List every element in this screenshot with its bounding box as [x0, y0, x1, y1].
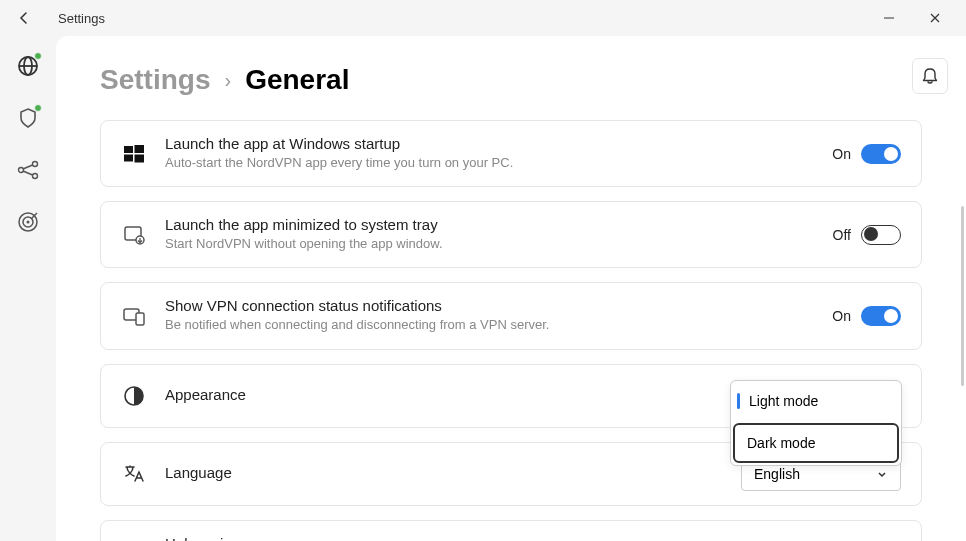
- tray-icon: [121, 222, 147, 248]
- svg-rect-21: [136, 313, 144, 325]
- window-title: Settings: [58, 11, 105, 26]
- setting-vpn-notifications: Show VPN connection status notifications…: [100, 282, 922, 349]
- titlebar: Settings: [0, 0, 966, 36]
- setting-help-improve: Help us improve Send us aggregate anonym…: [100, 520, 922, 541]
- status-dot-icon: [34, 52, 42, 60]
- setting-title: Launch the app at Windows startup: [165, 135, 814, 152]
- svg-line-8: [23, 171, 33, 175]
- svg-rect-14: [135, 145, 145, 153]
- svg-line-7: [23, 165, 33, 169]
- vpn-notifications-toggle[interactable]: [861, 306, 901, 326]
- bell-icon: [921, 67, 939, 85]
- sidebar: [0, 36, 56, 541]
- svg-rect-13: [124, 146, 133, 153]
- setting-launch-startup: Launch the app at Windows startup Auto-s…: [100, 120, 922, 187]
- contrast-icon: [121, 383, 147, 409]
- arrow-left-icon: [16, 10, 32, 26]
- svg-point-11: [27, 221, 30, 224]
- breadcrumb-root[interactable]: Settings: [100, 64, 210, 96]
- breadcrumb: Settings › General: [100, 64, 922, 96]
- launch-startup-toggle[interactable]: [861, 144, 901, 164]
- chevron-right-icon: ›: [224, 69, 231, 92]
- devices-icon: [121, 303, 147, 329]
- sidebar-mesh[interactable]: [16, 158, 40, 182]
- appearance-option-dark[interactable]: Dark mode: [733, 423, 899, 463]
- scrollbar[interactable]: [961, 206, 964, 386]
- setting-launch-minimized: Launch the app minimized to system tray …: [100, 201, 922, 268]
- windows-icon: [121, 141, 147, 167]
- setting-desc: Be notified when connecting and disconne…: [165, 316, 814, 334]
- target-icon: [17, 211, 39, 233]
- launch-minimized-toggle[interactable]: [861, 225, 901, 245]
- close-button[interactable]: [912, 2, 958, 34]
- svg-point-5: [33, 162, 38, 167]
- toggle-state-label: Off: [833, 227, 851, 243]
- setting-title: Appearance: [165, 386, 723, 403]
- language-selected-value: English: [754, 466, 800, 482]
- appearance-option-light[interactable]: Light mode: [731, 381, 901, 421]
- window-controls: [866, 2, 958, 34]
- notifications-button[interactable]: [912, 58, 948, 94]
- setting-title: Launch the app minimized to system tray: [165, 216, 815, 233]
- main-panel: Settings › General Launch the app at Win…: [56, 36, 966, 541]
- svg-point-6: [33, 174, 38, 179]
- sidebar-shield[interactable]: [16, 106, 40, 130]
- toggle-state-label: On: [832, 308, 851, 324]
- breadcrumb-leaf: General: [245, 64, 349, 96]
- setting-title: Show VPN connection status notifications: [165, 297, 814, 314]
- setting-desc: Auto-start the NordVPN app every time yo…: [165, 154, 814, 172]
- setting-desc: Start NordVPN without opening the app wi…: [165, 235, 815, 253]
- setting-title: Language: [165, 464, 723, 481]
- setting-title: Help us improve: [165, 535, 814, 541]
- svg-point-4: [19, 168, 24, 173]
- appearance-dropdown: Light mode Dark mode: [730, 380, 902, 466]
- svg-rect-16: [135, 154, 145, 162]
- close-icon: [929, 12, 941, 24]
- back-button[interactable]: [8, 2, 40, 34]
- chevron-down-icon: [876, 468, 888, 480]
- sidebar-globe[interactable]: [16, 54, 40, 78]
- status-dot-icon: [34, 104, 42, 112]
- minimize-icon: [883, 12, 895, 24]
- minimize-button[interactable]: [866, 2, 912, 34]
- toggle-state-label: On: [832, 146, 851, 162]
- language-icon: [121, 461, 147, 487]
- sidebar-target[interactable]: [16, 210, 40, 234]
- svg-rect-15: [124, 154, 133, 161]
- mesh-icon: [17, 159, 39, 181]
